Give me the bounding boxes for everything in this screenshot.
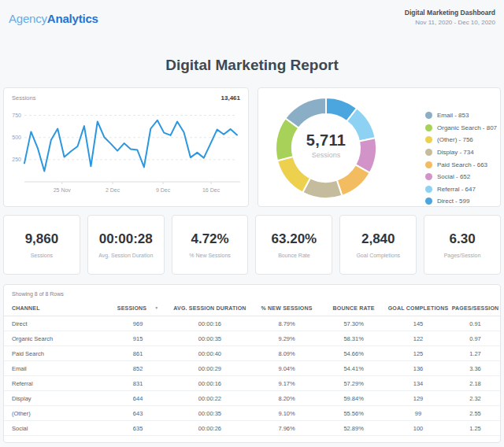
logo-analytics-text: Analytics — [47, 12, 98, 25]
kpi-value: 4.72% — [191, 231, 228, 247]
x-axis-tick-label: 9 Dec — [156, 187, 171, 193]
kpi-card-avg-session-duration: 00:00:28Avg. Session Duration — [87, 215, 165, 275]
cell-new-sessions: 8.09% — [252, 346, 321, 361]
cell-bounce-rate: 54.66% — [321, 346, 386, 361]
cell-sessions: 852 — [108, 361, 168, 376]
kpi-label: Pages/Session — [444, 253, 481, 258]
kpi-card-goal-completions: 2,840Goal Completions — [339, 215, 417, 275]
table-row-display: Display64400:00:228.20%59.84%1292.32 — [4, 391, 500, 406]
cell-bounce-rate: 57.30% — [321, 316, 386, 331]
kpi-row: 9,860Sessions00:00:28Avg. Session Durati… — [0, 215, 504, 275]
cell-pages-session: 3.36 — [450, 361, 500, 376]
cell-sessions: 915 — [108, 331, 168, 346]
cell-new-sessions: 8.20% — [252, 391, 321, 406]
kpi-card-sessions: 9,860Sessions — [3, 215, 80, 275]
channels-donut-chart[interactable] — [258, 88, 400, 206]
sessions-line-chart[interactable]: 25050075025 Nov2 Dec9 Dec16 Dec — [4, 103, 248, 196]
legend-item-social: Social - 652 — [425, 171, 497, 183]
donut-segment-paid-search[interactable] — [337, 164, 370, 195]
y-axis-tick-label: 750 — [12, 113, 21, 118]
cell-new-sessions: 7.96% — [252, 421, 321, 436]
cell-avg-session-duration: 00:00:26 — [168, 421, 252, 436]
kpi-card-pages-session: 6.30Pages/Session — [424, 215, 501, 275]
kpi-label: Bounce Rate — [278, 253, 309, 258]
cell-goal-completions: 99 — [386, 406, 450, 421]
legend-dot-direct — [425, 198, 432, 205]
y-axis-tick-label: 500 — [12, 135, 21, 140]
page-title: Digital Marketing Report — [0, 57, 504, 74]
column-header-new-sessions[interactable]: % NEW SESSIONS — [252, 301, 321, 316]
cell-avg-session-duration: 00:00:22 — [168, 391, 252, 406]
legend-item-direct: Direct - 599 — [425, 195, 497, 208]
cell-sessions: 861 — [108, 346, 168, 361]
app-header: AgencyAnalytics Digital Marketing Dashbo… — [0, 0, 504, 36]
cell-bounce-rate: 59.84% — [321, 391, 386, 406]
cell-goal-completions: 134 — [386, 376, 450, 391]
kpi-card-bounce-rate: 63.20%Bounce Rate — [255, 215, 332, 275]
cell-sessions: 831 — [108, 376, 168, 391]
cell-pages-session: 2.18 — [450, 376, 500, 391]
column-header-bounce-rate[interactable]: BOUNCE RATE — [321, 301, 386, 316]
line-chart-title: Sessions — [12, 94, 35, 102]
column-header-goal-completions[interactable]: GOAL COMPLETIONS — [386, 301, 450, 316]
cell-new-sessions: 9.29% — [252, 331, 321, 346]
cell-avg-session-duration: 00:00:35 — [168, 406, 252, 421]
cell-pages-session: 0.91 — [450, 316, 500, 331]
cell-bounce-rate: 55.56% — [321, 406, 386, 421]
cell-pages-session: 0.97 — [450, 331, 500, 346]
dashboard-title: Digital Marketing Dashboard — [405, 8, 495, 18]
kpi-label: Goal Completions — [356, 253, 400, 258]
channel-cell: Display — [4, 391, 108, 406]
channel-cell: Referral — [4, 376, 108, 391]
table-row-direct: Direct96900:00:168.79%57.30%1450.91 — [4, 316, 500, 331]
channel-cell: Paid Search — [4, 346, 108, 361]
column-header-avg-session-duration[interactable]: AVG. SESSION DURATION — [168, 301, 252, 316]
donut-segment-other[interactable] — [277, 157, 310, 193]
legend-label: Display - 734 — [437, 149, 474, 156]
table-row-other: (Other)64300:00:359.10%55.56%992.55 — [4, 406, 500, 421]
legend-dot-referral — [425, 186, 432, 193]
legend-label: Email - 853 — [437, 112, 469, 119]
cell-goal-completions: 129 — [386, 391, 450, 406]
legend-dot-display — [425, 149, 432, 156]
sort-descending-icon[interactable]: ▼ — [154, 305, 158, 310]
cell-new-sessions: 8.79% — [252, 316, 321, 331]
agency-analytics-logo[interactable]: AgencyAnalytics — [9, 12, 98, 25]
cell-pages-session: 1.27 — [450, 346, 500, 361]
table-row-referral: Referral83100:00:169.17%57.29%1342.18 — [4, 376, 500, 391]
cell-avg-session-duration: 00:00:16 — [168, 316, 252, 331]
cell-bounce-rate: 54.41% — [321, 361, 386, 376]
channel-cell: (Other) — [4, 406, 108, 421]
cell-goal-completions: 125 — [386, 346, 450, 361]
cell-goal-completions: 145 — [386, 316, 450, 331]
kpi-label: Avg. Session Duration — [98, 253, 153, 258]
table-row-email: Email85200:00:299.04%54.41%1363.36 — [4, 361, 500, 376]
channel-cell: Direct — [4, 316, 108, 331]
column-header-pages-session[interactable]: PAGES/SESSION — [450, 301, 500, 316]
cell-bounce-rate: 58.31% — [321, 331, 386, 346]
charts-row: Sessions 13,461 25050075025 Nov2 Dec9 De… — [0, 87, 504, 207]
legend-item-referral: Referral - 647 — [425, 183, 497, 196]
legend-dot-paid-search — [425, 161, 432, 168]
legend-item-email: Email - 853 — [425, 109, 497, 122]
cell-avg-session-duration: 00:00:40 — [168, 346, 252, 361]
kpi-label: Sessions — [31, 253, 53, 258]
kpi-label: % New Sessions — [189, 253, 231, 258]
column-header-sessions[interactable]: SESSIONS▼ — [108, 301, 168, 316]
cell-goal-completions: 122 — [386, 331, 450, 346]
cell-sessions: 969 — [108, 316, 168, 331]
donut-segment-email[interactable] — [285, 98, 326, 128]
cell-pages-session: 2.32 — [450, 391, 500, 406]
legend-label: (Other) - 756 — [437, 136, 473, 143]
date-range: Nov 11, 2020 - Dec 10, 2020 — [405, 18, 495, 28]
channel-cell: Email — [4, 361, 108, 376]
kpi-value: 9,860 — [25, 231, 59, 247]
table-row-social: Social63500:00:267.96%52.89%1001.25 — [4, 421, 500, 436]
table-row-paid-search: Paid Search86100:00:408.09%54.66%1251.27 — [4, 346, 500, 361]
sessions-line-series[interactable] — [24, 120, 237, 172]
x-axis-tick-label: 2 Dec — [106, 187, 120, 193]
line-chart-header: Sessions 13,461 — [4, 88, 248, 103]
column-header-channel[interactable]: CHANNEL — [4, 301, 108, 316]
cell-goal-completions: 136 — [386, 361, 450, 376]
cell-sessions: 644 — [108, 391, 168, 406]
